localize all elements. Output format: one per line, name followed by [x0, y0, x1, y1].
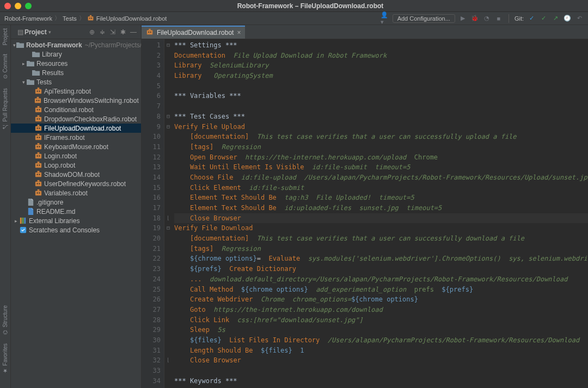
fold-column[interactable]: ⊟⊟⊟⌊⊟⌊ — [164, 39, 172, 388]
editor-tabbar: FileUploadDownload.robot × — [142, 25, 588, 39]
folder-icon — [32, 50, 40, 59]
tree-scratches[interactable]: Scratches and Consoles — [11, 225, 141, 235]
breadcrumb-file[interactable]: FileUploadDownload.robot — [96, 15, 167, 22]
tree-root-path: ~/PycharmProjects/ — [85, 41, 141, 49]
robot-file-icon — [34, 143, 42, 151]
breadcrumb-sep-icon: 〉 — [79, 14, 85, 22]
git-history-icon[interactable]: 🕘 — [563, 14, 572, 23]
project-tree[interactable]: ▾Robot-Framework~/PycharmProjects/ Libra… — [11, 39, 141, 388]
rail-project[interactable]: Project — [2, 28, 8, 45]
robot-file-icon — [87, 15, 94, 22]
git-label: Git: — [514, 15, 524, 22]
minimize-window-icon[interactable] — [15, 3, 21, 9]
robot-file-icon — [34, 170, 42, 179]
sidebar-title[interactable]: Project — [24, 28, 47, 36]
robot-file-icon — [34, 189, 42, 198]
scratches-icon — [19, 226, 27, 235]
robot-file-icon — [146, 28, 154, 38]
run-icon[interactable]: ▶ — [458, 14, 467, 23]
editor-tab-active[interactable]: FileUploadDownload.robot × — [142, 26, 245, 39]
folder-icon — [26, 78, 35, 87]
tab-label: FileUploadDownload.robot — [157, 29, 234, 36]
rail-structure[interactable]: ⌬Structure — [2, 305, 8, 335]
title-bar: Robot-Framework – FileUploadDownload.rob… — [0, 0, 588, 12]
expand-all-icon[interactable]: ≑ — [98, 28, 107, 36]
window-controls — [4, 3, 32, 9]
git-push-icon[interactable]: ↗ — [551, 14, 560, 23]
folder-icon — [16, 41, 24, 50]
folder-icon — [32, 69, 40, 77]
tree-file[interactable]: Login.robot — [11, 151, 141, 161]
git-rollback-icon[interactable]: ↶ — [575, 14, 584, 23]
tree-file[interactable]: BrowserWindowsSwitching.robot — [11, 96, 141, 105]
git-update-icon[interactable]: ✓ — [527, 14, 536, 23]
debug-icon[interactable]: 🐞 — [470, 14, 479, 23]
nav-bar: Robot-Framework 〉 Tests 〉 FileUploadDown… — [0, 12, 588, 25]
libraries-icon — [19, 217, 27, 225]
sidebar-header: ▤ Project ▾ ⊕ ≑ ⇲ ✱ — — [11, 25, 141, 39]
code-content[interactable]: *** Settings *** Documentation File Uplo… — [172, 39, 588, 388]
robot-file-icon — [34, 124, 42, 133]
robot-file-icon — [34, 96, 42, 105]
tree-file[interactable]: UserDefinedKeywords.robot — [11, 179, 141, 188]
tree-folder-resources[interactable]: ▸Resources — [11, 59, 141, 68]
breadcrumb-folder[interactable]: Tests — [63, 15, 77, 22]
separator — [509, 14, 509, 23]
window-title: Robot-Framework – FileUploadDownload.rob… — [37, 2, 584, 10]
tree-external-libraries[interactable]: ▸External Libraries — [11, 216, 141, 225]
folder-icon — [26, 59, 35, 68]
collapse-all-icon[interactable]: ⇲ — [108, 28, 117, 36]
tree-file[interactable]: Variables.robot — [11, 188, 141, 198]
left-tool-rail: Project ⊙Commit ⎇Pull Requests ⌬Structur… — [0, 25, 11, 388]
robot-file-icon — [34, 115, 42, 124]
robot-file-icon — [34, 106, 42, 114]
user-icon[interactable]: 👤▾ — [381, 14, 389, 23]
add-configuration-button[interactable]: Add Configuration... — [393, 14, 455, 23]
line-gutter: 1234567891011121314151617181920212223242… — [142, 39, 164, 388]
file-icon — [26, 198, 35, 207]
tree-file-selected[interactable]: FileUploadDownload.robot — [11, 124, 141, 133]
tree-file[interactable]: IFrames.robot — [11, 133, 141, 142]
chevron-down-icon[interactable]: ▾ — [48, 29, 51, 35]
stop-icon[interactable]: ■ — [494, 14, 503, 23]
rail-commit[interactable]: ⊙Commit — [2, 54, 8, 79]
project-sidebar: ▤ Project ▾ ⊕ ≑ ⇲ ✱ — ▾Robot-Framework~/… — [11, 25, 142, 388]
tree-file[interactable]: DropdownCheckboxRadio.robot — [11, 114, 141, 124]
tree-file[interactable]: ApiTesting.robot — [11, 87, 141, 96]
robot-file-icon — [34, 180, 42, 188]
tree-folder-results[interactable]: Results — [11, 68, 141, 77]
breadcrumb-sep-icon: 〉 — [54, 14, 60, 22]
tree-file[interactable]: KeyboardMouse.robot — [11, 142, 141, 151]
markdown-file-icon — [26, 207, 35, 216]
tree-file[interactable]: Loop.robot — [11, 161, 141, 170]
hide-icon[interactable]: — — [129, 28, 138, 36]
tree-folder-tests[interactable]: ▾Tests — [11, 77, 141, 87]
robot-file-icon — [34, 161, 42, 170]
locate-icon[interactable]: ⊕ — [88, 28, 96, 36]
robot-file-icon — [34, 152, 42, 161]
project-icon: ▤ — [16, 28, 24, 36]
maximize-window-icon[interactable] — [25, 3, 32, 9]
toolbar-actions: 👤▾ Add Configuration... ▶ 🐞 ◔ ■ Git: ✓ ✓… — [381, 14, 584, 23]
tree-file-gitignore[interactable]: .gitignore — [11, 198, 141, 207]
rail-favorites[interactable]: ★Favorites — [2, 343, 8, 374]
tree-root[interactable]: ▾Robot-Framework~/PycharmProjects/ — [11, 40, 141, 50]
tree-folder-library[interactable]: Library — [11, 50, 141, 59]
git-commit-icon[interactable]: ✓ — [539, 14, 548, 23]
editor-area: FileUploadDownload.robot × 1234567891011… — [142, 25, 588, 388]
tree-file[interactable]: ShadowDOM.robot — [11, 170, 141, 179]
tree-file-readme[interactable]: README.md — [11, 207, 141, 216]
robot-file-icon — [34, 87, 42, 96]
close-tab-icon[interactable]: × — [237, 29, 241, 36]
robot-file-icon — [34, 133, 42, 142]
tree-file[interactable]: Conditional.robot — [11, 105, 141, 114]
run-coverage-icon[interactable]: ◔ — [482, 14, 491, 23]
breadcrumb[interactable]: Robot-Framework 〉 Tests 〉 FileUploadDown… — [4, 14, 167, 22]
rail-pull-requests[interactable]: ⎇Pull Requests — [2, 88, 8, 130]
tree-root-label: Robot-Framework — [26, 41, 82, 49]
settings-icon[interactable]: ✱ — [119, 28, 127, 36]
breadcrumb-root[interactable]: Robot-Framework — [4, 15, 52, 22]
close-window-icon[interactable] — [4, 3, 11, 9]
code-editor[interactable]: 1234567891011121314151617181920212223242… — [142, 39, 588, 388]
